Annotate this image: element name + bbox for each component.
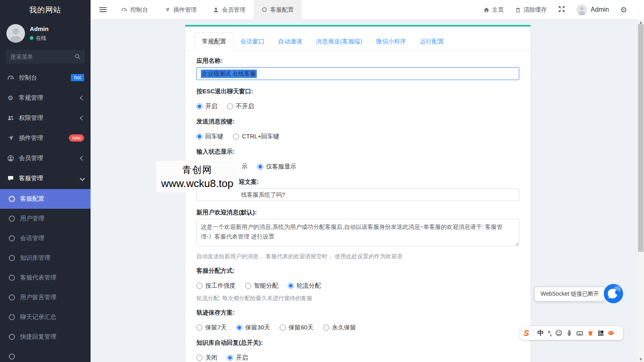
sidebar-item-dashboard[interactable]: 控制台 hot: [0, 68, 91, 88]
topbar-tab-label: 控制台: [130, 6, 148, 14]
radio-option[interactable]: 轮流分配: [288, 282, 321, 290]
chat-bubble-icon: [6, 175, 14, 182]
typing-status-radios: 示 仅客服显示: [196, 163, 519, 171]
tab-message-push[interactable]: 消息推送(客服端): [309, 33, 369, 50]
chat-fab-icon[interactable]: [603, 284, 623, 304]
radio-input[interactable]: [245, 283, 251, 289]
radio-input[interactable]: [196, 103, 202, 109]
topbar-tab-dashboard[interactable]: 控制台: [113, 0, 156, 19]
chevron-down-icon: [80, 176, 85, 181]
sogou-logo-icon[interactable]: S: [524, 329, 529, 337]
radio-option[interactable]: 开启: [196, 103, 217, 110]
radio-input[interactable]: [196, 325, 202, 331]
sidebar-subitem-chatlog[interactable]: 聊天记录汇总: [0, 307, 91, 327]
new-user-welcome-textarea[interactable]: 这是一个欢迎新用户的消息,系统为用户成功分配客服后,自动以该客服身份发送此消息~…: [196, 219, 519, 246]
sidebar-subitem-messages[interactable]: 用户留言管理: [0, 288, 91, 307]
sogou-misc-icon[interactable]: [608, 330, 614, 336]
hot-badge: hot: [71, 74, 84, 81]
topbar-user[interactable]: Admin: [576, 4, 609, 15]
radio-option[interactable]: 按工作强度: [196, 282, 235, 290]
page-scrollbar[interactable]: ▲ ▼: [638, 19, 644, 362]
radio-option[interactable]: 永久保留: [323, 324, 356, 331]
tab-runtime-config[interactable]: 运行配置: [413, 33, 451, 50]
trash-icon: [515, 7, 521, 13]
radio-option[interactable]: 保留30天: [236, 324, 270, 331]
site-title: 我的网站: [0, 0, 91, 20]
esc-exit-radios: 开启 不开启: [196, 103, 519, 110]
radio-input[interactable]: [233, 134, 239, 140]
rocket-icon: [164, 7, 170, 13]
radio-option[interactable]: 不开启: [227, 103, 254, 110]
sidebar-item-members[interactable]: 会员管理: [0, 148, 91, 168]
sidebar-subitem-user-mgmt[interactable]: 用户管理: [0, 209, 91, 228]
scroll-down-icon[interactable]: ▼: [638, 356, 644, 362]
sidebar-item-label: 插件管理: [19, 134, 43, 142]
watermark-overlay: 青创网 www.wcku8.top: [156, 161, 238, 192]
radio-input[interactable]: [280, 325, 286, 331]
users-icon: [6, 115, 14, 121]
topbar-tab-members[interactable]: 会员管理: [205, 0, 254, 19]
radio-input[interactable]: [257, 164, 263, 170]
sidebar-subitem-partial[interactable]: [0, 347, 91, 362]
radio-input[interactable]: [288, 283, 294, 289]
field-label-app-name: 应用名称:: [196, 58, 519, 64]
tab-general-config[interactable]: 常规配置: [195, 32, 233, 50]
skin-shirt-icon[interactable]: [587, 330, 594, 336]
welcome-copy-input[interactable]: 线客服系统了吗?: [196, 188, 519, 201]
tab-session-window[interactable]: 会话窗口: [233, 33, 271, 50]
sidebar-item-plugins[interactable]: 插件管理 new: [0, 128, 91, 148]
sidebar-subitem-service-config[interactable]: 客服配置: [0, 189, 91, 209]
menu-toggle-icon[interactable]: [99, 6, 107, 13]
search-icon: [74, 53, 80, 61]
radio-option[interactable]: 开启: [227, 354, 248, 362]
keyboard-icon[interactable]: [576, 330, 583, 336]
topbar-tab-service-config[interactable]: 客服配置: [254, 0, 302, 19]
app-name-input[interactable]: 企业猫测试 在线客服: [196, 67, 519, 80]
search-input[interactable]: [6, 50, 85, 64]
radio-input[interactable]: [236, 325, 242, 331]
radio-option[interactable]: 关闭: [196, 354, 217, 362]
scrollbar-thumb[interactable]: [638, 24, 644, 252]
chevron-left-icon: [80, 156, 85, 161]
sidebar-subitem-session-mgmt[interactable]: 会话管理: [0, 228, 91, 248]
field-label-typing-status: 输入状态显示:: [196, 148, 519, 155]
dashboard-icon: [6, 74, 14, 81]
radio-input[interactable]: [227, 103, 233, 109]
radio-option[interactable]: 仅客服显示: [257, 163, 296, 171]
chinese-mode-icon[interactable]: 中: [537, 329, 544, 337]
radio-input[interactable]: [227, 355, 233, 361]
radio-input[interactable]: [323, 325, 329, 331]
radio-option[interactable]: 回车键: [196, 133, 223, 140]
microphone-icon[interactable]: [566, 330, 572, 336]
sidebar-subitem-quickreply[interactable]: 快捷回复管理: [0, 327, 91, 347]
radio-option[interactable]: CTRL+回车键: [233, 133, 279, 140]
topbar-tab-label: 插件管理: [173, 6, 197, 14]
topbar-tab-plugins[interactable]: 插件管理: [156, 0, 205, 19]
sidebar-item-label: 常规管理: [19, 94, 43, 102]
sidebar-subitem-knowledge[interactable]: 知识库管理: [0, 248, 91, 268]
radio-input[interactable]: [196, 283, 202, 289]
sidebar-item-permissions[interactable]: 权限管理: [0, 108, 91, 128]
radio-input[interactable]: [196, 355, 202, 361]
clear-cache-link[interactable]: 清除缓存: [515, 6, 547, 14]
tab-wechat-mini[interactable]: 微信小程序: [369, 33, 413, 50]
sidebar-subitem-agents[interactable]: 客服代表管理: [0, 268, 91, 288]
settings-gear-icon[interactable]: ⚙: [620, 5, 627, 14]
radio-option[interactable]: 保留60天: [280, 324, 314, 331]
sidebar-item-service[interactable]: 客服管理: [0, 168, 91, 188]
fullscreen-icon[interactable]: [558, 6, 565, 14]
radio-option[interactable]: 保留7天: [196, 324, 227, 331]
radio-input[interactable]: [196, 134, 202, 140]
home-link[interactable]: 主页: [483, 6, 504, 14]
toolbox-grid-icon[interactable]: [598, 330, 604, 336]
sidebar-item-general[interactable]: ⚙ 常规管理: [0, 88, 91, 108]
tab-auto-invite[interactable]: 自动邀请: [271, 33, 309, 50]
emoji-icon[interactable]: ☺: [555, 329, 563, 337]
radio-option[interactable]: 智能分配: [245, 282, 278, 290]
punctuation-icon[interactable]: °,: [548, 330, 551, 337]
field-label-welcome-copy: 迎文案:: [196, 179, 519, 185]
circle-icon: [9, 294, 15, 300]
topbar: 控制台 插件管理 会员管理 客服配置 主页 清除缓存: [91, 0, 644, 20]
field-label-new-user-welcome: 新用户欢迎消息(默认):: [196, 209, 519, 216]
circle-icon: [262, 7, 267, 12]
